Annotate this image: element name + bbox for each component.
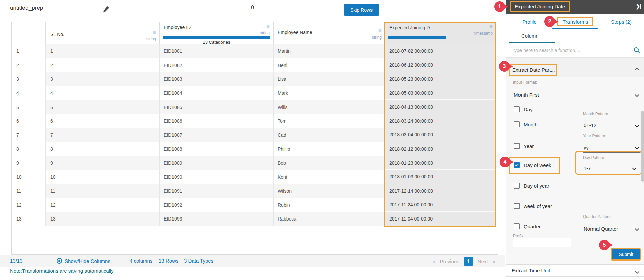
- cell-sl-no[interactable]: 2: [46, 58, 160, 73]
- cell-sl-no[interactable]: 3: [46, 72, 160, 86]
- day-pattern-select[interactable]: 1-7: [583, 162, 637, 173]
- cell-employee-id[interactable]: EID1089: [160, 156, 274, 170]
- table-row[interactable]: 22EID1082Heni2018-06-12 00:00:00: [12, 58, 496, 73]
- cell-sl-no[interactable]: 13: [46, 212, 160, 226]
- show-hide-columns-button[interactable]: Show/Hide Columns: [56, 258, 110, 264]
- collapse-panel-icon[interactable]: ❯|: [636, 3, 641, 9]
- prefix-input[interactable]: [513, 238, 571, 247]
- cell-employee-id[interactable]: EID1081: [160, 44, 274, 58]
- checkbox-day-of-week[interactable]: [514, 162, 520, 168]
- cell-employee-id[interactable]: EID1084: [160, 86, 274, 101]
- tab-steps[interactable]: Steps (2): [598, 14, 644, 29]
- cell-sl-no[interactable]: 12: [46, 198, 160, 212]
- pagination-next-arrow[interactable]: »: [493, 258, 495, 264]
- checkbox-year[interactable]: [514, 143, 520, 149]
- subtab-column[interactable]: Column: [521, 33, 539, 39]
- column-menu-icon[interactable]: ≡: [489, 24, 493, 30]
- chevron-up-icon[interactable]: [635, 66, 640, 72]
- cell-employee-name[interactable]: Bob: [274, 156, 385, 170]
- cell-employee-name[interactable]: Wills: [274, 100, 385, 114]
- checkbox-week-of-year[interactable]: [514, 203, 520, 209]
- function-search-input[interactable]: Type here to search a function....: [512, 48, 580, 53]
- prep-name-input[interactable]: untitled_prep: [10, 5, 100, 14]
- cell-employee-id[interactable]: EID1088: [160, 142, 274, 156]
- checkbox-day[interactable]: [514, 106, 520, 112]
- table-row[interactable]: 88EID1088Phillip2018-02-12 00:00:00: [12, 142, 496, 156]
- column-header-expected-joining[interactable]: Expected Joining D... ≡ timestamp: [385, 22, 496, 44]
- cell-expected-joining[interactable]: 2017-11-04 00:00:00: [385, 212, 496, 226]
- quarter-pattern-select[interactable]: Normal Quarter: [583, 222, 640, 234]
- cell-expected-joining[interactable]: 2018-04-13 00:00:00: [385, 100, 496, 114]
- table-row[interactable]: 11EID1081Martin2018-07-02 00:00:00: [12, 44, 496, 58]
- table-row[interactable]: 66EID1086Tom2018-03-24 00:00:00: [12, 114, 496, 128]
- cell-expected-joining[interactable]: 2018-07-02 00:00:00: [385, 44, 496, 58]
- table-row[interactable]: 44EID1084Mark2018-05-03 00:00:00: [12, 86, 496, 101]
- column-menu-icon[interactable]: ≡: [153, 30, 156, 36]
- panel-scrollbar[interactable]: [641, 111, 644, 182]
- pagination-next[interactable]: Next: [478, 258, 488, 264]
- year-pattern-select[interactable]: yy: [583, 141, 640, 153]
- cell-employee-id[interactable]: EID1082: [160, 58, 274, 73]
- table-row[interactable]: 1212EID1092Rubin2017-11-24 00:00:00: [12, 198, 496, 212]
- cell-employee-name[interactable]: Mark: [274, 86, 385, 101]
- cell-employee-name[interactable]: Martin: [274, 44, 385, 58]
- cell-sl-no[interactable]: 5: [46, 100, 160, 114]
- table-row[interactable]: 1313EID1093Rabbeca2017-11-04 00:00:00: [12, 212, 496, 226]
- column-menu-icon[interactable]: ≡: [378, 28, 382, 34]
- cell-sl-no[interactable]: 8: [46, 142, 160, 156]
- table-row[interactable]: 77EID1087Cad2018-03-04 00:00:00: [12, 128, 496, 143]
- cell-employee-id[interactable]: EID1091: [160, 184, 274, 198]
- pagination-prev-arrow[interactable]: «: [432, 258, 435, 264]
- cell-employee-id[interactable]: EID1083: [160, 72, 274, 86]
- cell-expected-joining[interactable]: 2017-12-14 00:00:00: [385, 184, 496, 198]
- table-row[interactable]: 33EID1083Lisa2018-05-23 00:00:00: [12, 72, 496, 86]
- cell-employee-name[interactable]: Tom: [274, 114, 385, 128]
- cell-sl-no[interactable]: 4: [46, 86, 160, 101]
- cell-expected-joining[interactable]: 2018-06-12 00:00:00: [385, 58, 496, 73]
- checkbox-month[interactable]: [514, 121, 520, 127]
- skip-rows-input[interactable]: 0: [251, 5, 343, 14]
- column-header-employee-name[interactable]: Employee Name ≡ string: [274, 22, 385, 44]
- cell-sl-no[interactable]: 9: [46, 156, 160, 170]
- table-row[interactable]: 1111EID1091Wilson2017-12-14 00:00:00: [12, 184, 496, 198]
- cell-sl-no[interactable]: 11: [46, 184, 160, 198]
- search-icon[interactable]: [634, 47, 640, 55]
- cell-employee-name[interactable]: Phillip: [274, 142, 385, 156]
- cell-sl-no[interactable]: 7: [46, 128, 160, 143]
- cell-expected-joining[interactable]: 2017-11-24 00:00:00: [385, 198, 496, 212]
- cell-expected-joining[interactable]: 2018-05-03 00:00:00: [385, 86, 496, 101]
- input-format-select[interactable]: Month First: [513, 88, 640, 100]
- cell-employee-name[interactable]: Kent: [274, 170, 385, 184]
- chevron-down-icon[interactable]: [635, 269, 640, 275]
- cell-sl-no[interactable]: 10: [46, 170, 160, 184]
- skip-rows-button[interactable]: Skip Rows: [344, 4, 379, 16]
- pagination-previous[interactable]: Previous: [440, 258, 459, 264]
- accordion-extract-time-unit[interactable]: Extract Time Unit...: [506, 264, 644, 277]
- submit-button[interactable]: Submit: [611, 248, 641, 261]
- cell-expected-joining[interactable]: 2018-01-03 00:00:00: [385, 170, 496, 184]
- pagination-page-1[interactable]: 1: [464, 257, 473, 266]
- month-pattern-select[interactable]: 01-12: [583, 119, 640, 130]
- cell-employee-id[interactable]: EID1093: [160, 212, 274, 226]
- cell-employee-id[interactable]: EID1087: [160, 128, 274, 143]
- table-row[interactable]: 1010EID1090Kent2018-01-03 00:00:00: [12, 170, 496, 184]
- cell-employee-id[interactable]: EID1090: [160, 170, 274, 184]
- cell-employee-id[interactable]: EID1085: [160, 100, 274, 114]
- cell-employee-id[interactable]: EID1086: [160, 114, 274, 128]
- table-row[interactable]: 55EID1085Wills2018-04-13 00:00:00: [12, 100, 496, 114]
- cell-sl-no[interactable]: 6: [46, 114, 160, 128]
- edit-icon[interactable]: [102, 5, 110, 16]
- cell-sl-no[interactable]: 1: [46, 44, 160, 58]
- checkbox-day-of-year[interactable]: [514, 183, 520, 189]
- cell-employee-name[interactable]: Heni: [274, 58, 385, 73]
- cell-employee-id[interactable]: EID1092: [160, 198, 274, 212]
- cell-expected-joining[interactable]: 2018-05-23 00:00:00: [385, 72, 496, 86]
- cell-expected-joining[interactable]: 2018-03-24 00:00:00: [385, 114, 496, 128]
- accordion-extract-date-part[interactable]: Extract Date Part...: [506, 58, 644, 77]
- cell-expected-joining[interactable]: 2018-01-23 00:00:00: [385, 156, 496, 170]
- cell-expected-joining[interactable]: 2018-03-04 00:00:00: [385, 128, 496, 143]
- table-row[interactable]: 99EID1089Bob2018-01-23 00:00:00: [12, 156, 496, 170]
- cell-employee-name[interactable]: Lisa: [274, 72, 385, 86]
- cell-expected-joining[interactable]: 2018-02-12 00:00:00: [385, 142, 496, 156]
- cell-employee-name[interactable]: Rubin: [274, 198, 385, 212]
